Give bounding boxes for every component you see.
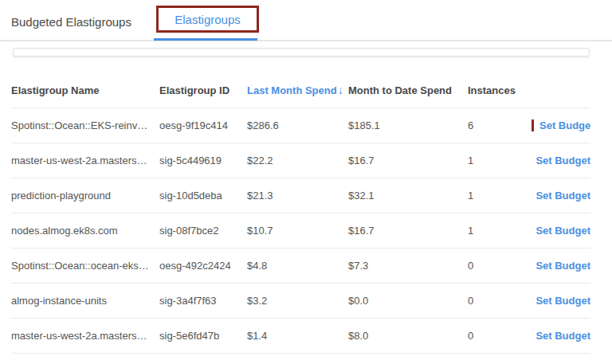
action-cell: Set Budget (532, 190, 590, 202)
elastigroup-name-cell: almog-instance-units (11, 295, 159, 307)
month-to-date-spend-cell: $8.0 (348, 330, 468, 342)
table-row: Spotinst::Ocean::ocean-eks… oesg-492c242… (11, 249, 590, 284)
column-header-last-month-spend-label: Last Month Spend (247, 84, 337, 96)
month-to-date-spend-cell: $32.1 (348, 190, 468, 202)
elastigroup-id-cell: sig-5c449619 (159, 155, 247, 166)
instances-cell: 6 (468, 119, 532, 131)
last-month-spend-cell: $21.3 (247, 190, 348, 202)
elastigroup-id-cell: sig-10d5deba (159, 190, 247, 202)
elastigroup-name-cell: master-us-west-2a.masters… (11, 155, 159, 166)
instances-cell: 1 (468, 190, 532, 202)
elastigroup-id-cell: oesg-492c2424 (159, 260, 247, 272)
set-budget-link[interactable]: Set Budget (536, 190, 590, 202)
month-to-date-spend-cell: $185.1 (348, 119, 468, 131)
table-row: Spotinst::Ocean::EKS-reinv… oesg-9f19c41… (11, 108, 590, 143)
action-cell: Set Budget (532, 260, 590, 272)
active-tab-underline (154, 38, 257, 41)
elastigroup-id-cell: sig-3a4f7f63 (159, 295, 247, 307)
action-cell: Set Budget (532, 119, 590, 131)
action-cell: Set Budget (532, 330, 590, 342)
instances-cell: 0 (468, 330, 532, 342)
action-cell: Set Budget (532, 295, 590, 307)
table-row: master-us-west-2a.masters… sig-5e6fd47b … (11, 319, 590, 354)
month-to-date-spend-cell: $16.7 (348, 155, 468, 166)
last-month-spend-cell: $1.4 (247, 330, 348, 342)
last-month-spend-cell: $286.6 (247, 119, 348, 131)
set-budget-link[interactable]: Set Budget (536, 225, 590, 237)
elastigroup-name-cell: prediction-playground (11, 190, 159, 202)
table-row: master-us-west-2a.masters… sig-5c449619 … (11, 143, 590, 178)
tab-budgeted-elastigroups[interactable]: Budgeted Elastigroups (11, 15, 131, 29)
set-budget-link-annotated[interactable]: Set Budget (532, 119, 590, 131)
column-header-instances[interactable]: Instances (468, 84, 532, 96)
set-budget-link[interactable]: Set Budget (536, 155, 590, 166)
last-month-spend-cell: $3.2 (247, 295, 348, 307)
sort-desc-arrow-icon[interactable]: ↓ (338, 84, 343, 96)
action-cell: Set Budget (532, 225, 590, 237)
table-row: prediction-playground sig-10d5deba $21.3… (11, 178, 590, 213)
set-budget-link[interactable]: Set Budget (536, 330, 590, 342)
tab-elastigroups[interactable]: Elastigroups (175, 13, 241, 26)
instances-cell: 0 (468, 295, 532, 307)
table-row: almog-instance-units sig-3a4f7f63 $3.2 $… (11, 284, 590, 319)
column-header-last-month-spend[interactable]: Last Month Spend ↓ (247, 84, 348, 96)
last-month-spend-cell: $22.2 (247, 155, 348, 166)
elastigroup-name-cell: master-us-west-2a.masters… (11, 330, 159, 342)
elastigroup-name-cell: Spotinst::Ocean::EKS-reinv… (11, 119, 159, 131)
table-header-row: Elastigroup Name Elastigroup ID Last Mon… (11, 72, 590, 108)
elastigroup-name-cell: nodes.almog.ek8s.com (11, 225, 159, 237)
instances-cell: 1 (468, 225, 532, 237)
action-cell: Set Budget (532, 155, 590, 166)
last-month-spend-cell: $10.7 (247, 225, 348, 237)
table-row: nodes.almog.ek8s.com sig-08f7bce2 $10.7 … (11, 213, 590, 249)
column-header-elastigroup-id[interactable]: Elastigroup ID (159, 84, 247, 96)
annotation-box-active-tab: Elastigroups (156, 6, 259, 33)
collapsed-filter-panel[interactable] (13, 48, 590, 57)
elastigroups-table: Elastigroup Name Elastigroup ID Last Mon… (11, 72, 590, 354)
elastigroup-id-cell: sig-08f7bce2 (159, 225, 247, 237)
instances-cell: 0 (468, 260, 532, 272)
elastigroup-id-cell: sig-5e6fd47b (159, 330, 247, 342)
tab-bar: Budgeted Elastigroups Elastigroups (0, 0, 612, 41)
instances-cell: 1 (468, 155, 532, 166)
column-header-elastigroup-name[interactable]: Elastigroup Name (11, 84, 159, 96)
month-to-date-spend-cell: $0.0 (348, 295, 468, 307)
column-header-month-to-date-spend[interactable]: Month to Date Spend (348, 84, 468, 96)
month-to-date-spend-cell: $7.3 (348, 260, 468, 272)
set-budget-link[interactable]: Set Budget (536, 260, 590, 272)
table-body: Spotinst::Ocean::EKS-reinv… oesg-9f19c41… (11, 108, 590, 354)
last-month-spend-cell: $4.8 (247, 260, 348, 272)
elastigroup-name-cell: Spotinst::Ocean::ocean-eks… (11, 260, 159, 272)
month-to-date-spend-cell: $16.7 (348, 225, 468, 237)
elastigroup-id-cell: oesg-9f19c414 (159, 119, 247, 131)
set-budget-link[interactable]: Set Budget (536, 295, 590, 307)
